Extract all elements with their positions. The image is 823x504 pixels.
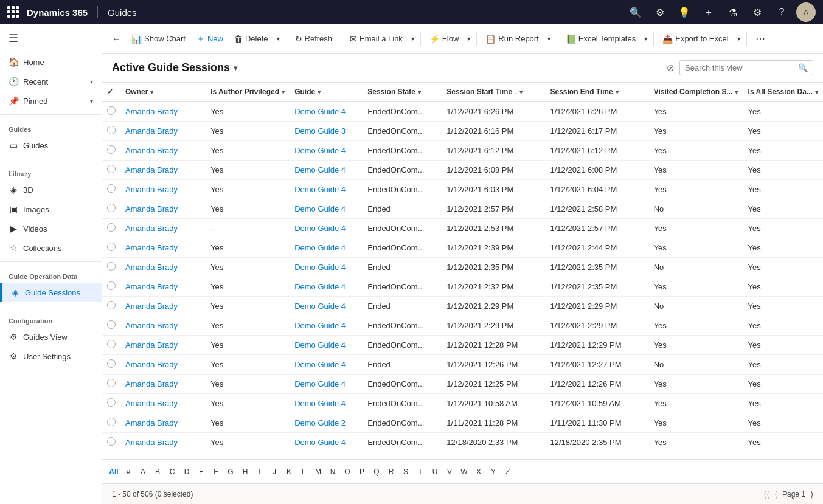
sidebar-item-3d[interactable]: ◈ 3D [0,180,102,199]
page-letter-y[interactable]: Y [487,464,500,479]
report-chevron[interactable]: ▾ [545,32,553,46]
sidebar-item-collections[interactable]: ☆ Collections [0,238,102,258]
row-owner[interactable]: Amanda Brady [120,238,206,258]
sidebar-item-guides-view[interactable]: ⚙ Guides View [0,327,102,347]
page-letter-#[interactable]: # [122,464,135,479]
row-guide[interactable]: Demo Guide 4 [290,238,363,258]
row-radio-cell[interactable] [102,161,120,180]
page-letter-s[interactable]: S [399,464,412,479]
row-owner[interactable]: Amanda Brady [120,316,206,336]
run-report-button[interactable]: 📋 Run Report [481,30,543,47]
view-title[interactable]: Active Guide Sessions ▾ [112,61,237,74]
row-owner[interactable]: Amanda Brady [120,355,206,375]
search-input[interactable] [685,63,794,72]
row-radio-cell[interactable] [102,258,120,277]
lightbulb-icon[interactable]: 💡 [675,2,694,22]
add-icon[interactable]: ＋ [699,2,718,22]
col-header-owner[interactable]: Owner ▾ [120,83,206,102]
col-header-author[interactable]: Is Author Privileged ▾ [206,83,290,102]
row-radio-cell[interactable] [102,394,120,413]
row-owner[interactable]: Amanda Brady [120,394,206,413]
row-guide[interactable]: Demo Guide 4 [290,336,363,355]
row-radio-cell[interactable] [102,238,120,258]
flow-chevron[interactable]: ▾ [465,32,473,46]
gear-icon[interactable]: ⚙ [748,2,767,22]
page-letter-e[interactable]: E [195,464,208,479]
col-header-visited[interactable]: Visited Completion S... ▾ [649,83,743,102]
row-radio-cell[interactable] [102,122,120,141]
row-radio-cell[interactable] [102,102,120,122]
email-chevron[interactable]: ▾ [409,32,417,46]
row-guide[interactable]: Demo Guide 2 [290,413,363,433]
sidebar-item-images[interactable]: ▣ Images [0,199,102,219]
row-owner[interactable]: Amanda Brady [120,180,206,199]
brand-label[interactable]: Dynamics 365 [27,7,88,18]
page-letter-q[interactable]: Q [370,464,383,479]
col-header-start[interactable]: Session Start Time ↓ ▾ [442,83,545,102]
page-letter-t[interactable]: T [414,464,427,479]
row-guide[interactable]: Demo Guide 4 [290,102,363,122]
row-owner[interactable]: Amanda Brady [120,277,206,297]
row-radio-cell[interactable] [102,355,120,375]
row-owner[interactable]: Amanda Brady [120,161,206,180]
row-guide[interactable]: Demo Guide 4 [290,161,363,180]
row-guide[interactable]: Demo Guide 4 [290,394,363,413]
next-page-button[interactable]: ⟩ [810,489,813,499]
page-letter-x[interactable]: X [472,464,485,479]
row-radio-cell[interactable] [102,336,120,355]
row-owner[interactable]: Amanda Brady [120,258,206,277]
row-owner[interactable]: Amanda Brady [120,297,206,316]
row-radio-cell[interactable] [102,375,120,394]
row-guide[interactable]: Demo Guide 4 [290,316,363,336]
excel-templates-chevron[interactable]: ▾ [642,32,650,46]
flow-button[interactable]: ⚡ Flow [425,30,464,47]
page-letter-v[interactable]: V [443,464,456,479]
row-guide[interactable]: Demo Guide 4 [290,141,363,161]
row-owner[interactable]: Amanda Brady [120,413,206,433]
page-letter-p[interactable]: P [355,464,369,479]
row-guide[interactable]: Demo Guide 4 [290,180,363,199]
delete-chevron[interactable]: ▾ [274,32,282,46]
page-letter-w[interactable]: W [457,464,471,479]
col-header-end[interactable]: Session End Time ▾ [546,83,649,102]
page-letter-b[interactable]: B [151,464,164,479]
export-chevron[interactable]: ▾ [735,32,743,46]
more-options-button[interactable]: ⋯ [751,29,770,48]
page-letter-k[interactable]: K [282,464,296,479]
page-letter-f[interactable]: F [209,464,223,479]
row-guide[interactable]: Demo Guide 3 [290,122,363,141]
col-header-state[interactable]: Session State ▾ [363,83,442,102]
app-grid-icon[interactable] [7,6,19,18]
row-radio-cell[interactable] [102,141,120,161]
view-filter-icon[interactable]: ⊘ [667,63,675,74]
page-letter-i[interactable]: I [253,464,266,479]
row-guide[interactable]: Demo Guide 4 [290,297,363,316]
page-letter-z[interactable]: Z [501,464,515,479]
row-radio-cell[interactable] [102,199,120,219]
row-radio-cell[interactable] [102,219,120,238]
sidebar-item-guides[interactable]: ▭ Guides [0,136,102,155]
row-radio-cell[interactable] [102,316,120,336]
page-letter-h[interactable]: H [238,464,252,479]
search-submit-icon[interactable]: 🔍 [798,63,808,72]
show-chart-button[interactable]: 📊 Show Chart [127,30,190,47]
col-header-check[interactable]: ✓ [102,83,120,102]
sidebar-item-home[interactable]: 🏠 Home [0,52,102,72]
sidebar-item-guide-sessions[interactable]: ◈ Guide Sessions [0,283,102,302]
delete-button[interactable]: 🗑 Delete [229,30,273,47]
page-letter-l[interactable]: L [297,464,310,479]
row-radio-cell[interactable] [102,413,120,433]
hamburger-icon[interactable]: ☰ [0,24,102,52]
col-header-session[interactable]: Is All Session Da... ▾ [743,83,823,102]
row-owner[interactable]: Amanda Brady [120,199,206,219]
row-radio-cell[interactable] [102,180,120,199]
sidebar-item-user-settings[interactable]: ⚙ User Settings [0,347,102,366]
excel-templates-button[interactable]: 📗 Excel Templates [561,30,641,47]
page-letter-u[interactable]: U [428,464,442,479]
refresh-button[interactable]: ↻ Refresh [290,30,338,47]
row-guide[interactable]: Demo Guide 4 [290,355,363,375]
page-letter-o[interactable]: O [341,464,354,479]
page-letter-g[interactable]: G [224,464,237,479]
row-guide[interactable]: Demo Guide 4 [290,199,363,219]
row-radio-cell[interactable] [102,433,120,452]
